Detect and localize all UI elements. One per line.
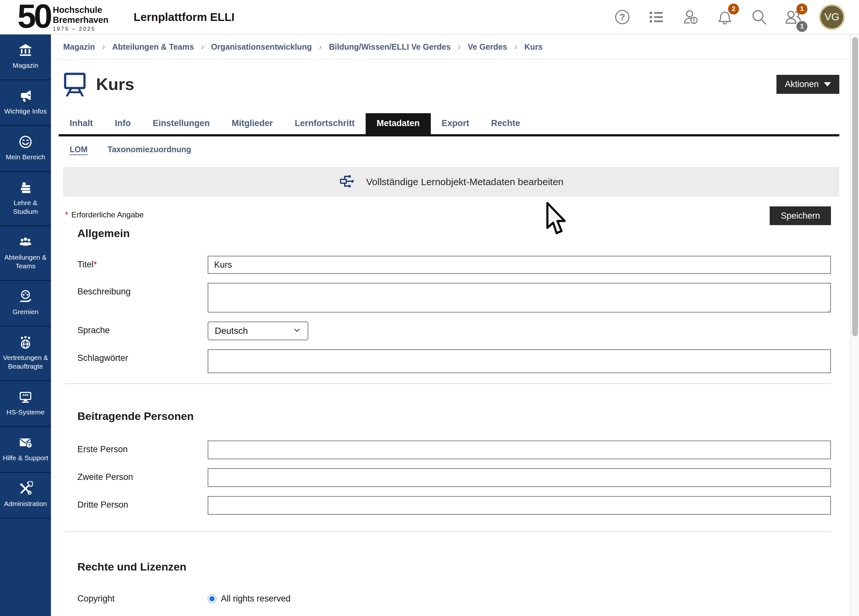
save-button[interactable]: Speichern [770,206,831,225]
titel-input[interactable] [208,256,831,274]
tab-info[interactable]: Info [104,113,142,134]
logo-name-line1: Hochschule [53,5,109,15]
required-and-save-row: *Erforderliche Angabe Speichern [65,206,831,225]
field-row-copyright: Copyright All rights reserved [77,594,831,604]
sidebar-item-wichtige-infos[interactable]: Wichtige Infos [0,80,51,126]
chevron-down-icon [293,326,301,336]
sidebar-item-label: Administration [4,499,47,508]
breadcrumb-link[interactable]: Bildung/Wissen/ELLI Ve Gerdes [329,42,451,52]
copyright-option: All rights reserved [208,594,831,604]
breadcrumb-link[interactable]: Kurs [524,42,543,52]
section-title-beitragende: Beitragende Personen [77,410,831,422]
subtab-bar: LOM Taxonomiezuordnung [70,145,850,154]
dritte-person-input[interactable] [208,496,831,515]
field-row-zweite-person: Zweite Person [77,468,831,487]
sidebar-item-label: Mein Bereich [6,153,45,161]
sidebar-item-hilfe-support[interactable]: ? Hilfe & Support [0,427,51,473]
sidebar-item-abteilungen-teams[interactable]: Abteilungen & Teams [0,227,51,281]
sidebar-item-label: Hilfe & Support [3,453,48,462]
copyright-option-label: All rights reserved [221,594,290,604]
people-group-icon [18,235,33,250]
sidebar-item-gremien[interactable]: Gremien [0,281,51,327]
vertical-scrollbar[interactable] [850,34,859,616]
top-bar: 50 Hochschule Bremerhaven 1975 – 2025 Le… [0,0,859,34]
tab-export[interactable]: Export [431,113,481,134]
breadcrumb-link[interactable]: Organisationsentwicklung [211,42,312,52]
dritte-person-label: Dritte Person [77,496,208,510]
sidebar-item-administration[interactable]: Administration [0,473,51,519]
sidebar-item-lehre-studium[interactable]: Lehre & Studium [0,172,51,227]
monitor-password-icon: *** [18,389,33,405]
erste-person-label: Erste Person [77,441,208,454]
tab-einstellungen[interactable]: Einstellungen [142,113,220,134]
bank-icon [18,43,33,58]
sidebar-item-label: HS-Systeme [6,408,44,416]
sidebar-item-vertretungen[interactable]: Vertretungen & Beauftragte [0,327,51,381]
field-row-schlagwoerter: Schlagwörter [77,349,831,373]
todo-list-button[interactable] [648,9,665,25]
breadcrumb-separator: › [201,42,204,52]
schlagwoerter-label: Schlagwörter [77,349,208,363]
page-header: Kurs Aktionen [63,72,839,97]
sprache-label: Sprache [77,322,208,335]
tab-mitglieder[interactable]: Mitglieder [221,113,284,134]
required-asterisk: * [65,210,68,219]
edit-full-metadata-banner[interactable]: Vollständige Lernobjekt-Metadaten bearbe… [63,167,839,197]
erste-person-input[interactable] [208,441,831,459]
field-row-sprache: Sprache Deutsch [77,322,831,340]
copyright-label: Copyright [77,594,208,604]
contacts-badge-top: 1 [797,3,807,14]
topbar-icon-group: ? [614,4,845,30]
titel-required-asterisk: * [94,260,97,269]
tab-rechte[interactable]: Rechte [480,113,531,134]
user-alert-icon [682,9,699,25]
breadcrumb-link[interactable]: Magazin [63,42,95,52]
who-is-online-button[interactable] [682,9,699,25]
breadcrumb-separator: › [319,42,322,52]
sidebar-item-magazin[interactable]: Magazin [0,34,51,80]
caret-down-icon [824,82,831,86]
breadcrumb-link[interactable]: Abteilungen & Teams [112,42,194,52]
copyright-radio[interactable] [208,594,216,603]
required-hint: *Erforderliche Angabe [65,210,144,219]
university-logo[interactable]: 50 Hochschule Bremerhaven 1975 – 2025 [17,2,108,32]
tools-icon [18,481,33,496]
sidebar-item-hs-systeme[interactable]: *** HS-Systeme [0,381,51,427]
tab-inhalt[interactable]: Inhalt [59,113,104,134]
contacts-badge-bottom: 1 [797,21,807,32]
sidebar: Magazin Wichtige Infos Mein Bereich [0,34,51,616]
main-content: Magazin › Abteilungen & Teams › Organisa… [51,34,850,616]
breadcrumb-link[interactable]: Ve Gerdes [468,42,507,52]
search-button[interactable] [751,9,767,25]
beschreibung-label: Beschreibung [77,283,208,297]
banner-label: Vollständige Lernobjekt-Metadaten bearbe… [366,177,563,188]
avatar[interactable]: VG [819,4,845,30]
section-divider [65,532,831,532]
globe-people-icon [18,335,33,350]
sidebar-item-mein-bereich[interactable]: Mein Bereich [0,126,51,172]
megaphone-icon [18,89,33,103]
bullet-list-icon [648,9,665,25]
committee-icon [18,289,33,304]
subtab-taxonomiezuordnung[interactable]: Taxonomiezuordnung [108,145,191,154]
logo-50-mark: 50 [17,1,50,31]
search-icon [751,9,767,25]
schlagwoerter-input[interactable] [208,349,831,373]
actions-button[interactable]: Aktionen [776,75,839,94]
field-row-titel: Titel* [77,256,831,274]
zweite-person-input[interactable] [208,468,831,487]
beschreibung-textarea[interactable] [208,283,831,313]
section-title-allgemein: Allgemein [77,227,831,240]
notifications-button[interactable]: 2 [717,9,733,25]
tab-lernfortschritt[interactable]: Lernfortschritt [284,113,365,134]
subtab-lom[interactable]: LOM [70,145,88,154]
breadcrumb-separator: › [514,42,517,52]
tab-metadaten[interactable]: Metadaten [365,113,431,134]
sprache-select[interactable]: Deutsch [208,322,308,340]
contacts-button[interactable]: 1 1 [785,9,801,25]
scrollbar-thumb[interactable] [852,37,858,336]
help-button[interactable]: ? [614,9,631,25]
breadcrumb-separator: › [458,42,461,52]
section-divider [65,383,831,384]
logo-name-line2: Bremerhaven [53,15,109,25]
